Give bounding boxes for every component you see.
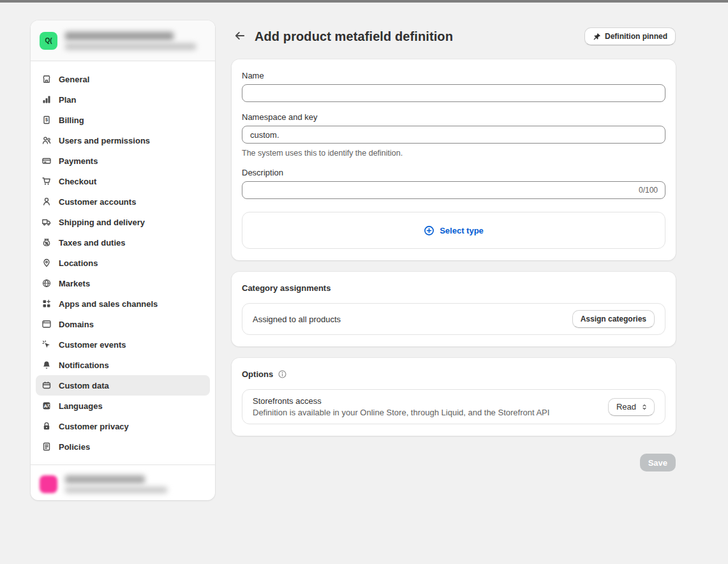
sidebar-item-payments[interactable]: Payments (36, 151, 210, 171)
options-card: Options Storefronts access Definition is… (232, 358, 676, 436)
sidebar-item-customer-accounts[interactable]: Customer accounts (36, 191, 210, 212)
sidebar-item-languages[interactable]: A Languages (36, 396, 210, 416)
storefronts-access-text: Storefronts access Definition is availab… (253, 396, 549, 417)
payments-icon (41, 156, 52, 166)
svg-text:$: $ (45, 117, 48, 122)
sidebar-item-checkout[interactable]: Checkout (36, 171, 210, 191)
plus-circle-icon (424, 225, 435, 236)
notifications-icon (41, 360, 52, 370)
category-assignment-row: Assigned to all products Assign categori… (242, 303, 665, 335)
name-field-group: Name (242, 71, 665, 102)
user-footer (31, 464, 215, 503)
store-icon (41, 74, 52, 84)
store-url-redacted (65, 43, 196, 50)
category-assignment-status: Assigned to all products (253, 315, 341, 324)
description-char-counter: 0/100 (639, 186, 658, 195)
store-header: Q( (31, 20, 215, 61)
custom-data-icon (41, 380, 52, 390)
select-chevrons-icon (641, 403, 648, 411)
back-button[interactable] (232, 28, 248, 45)
sidebar-item-apps-and-sales-channels[interactable]: Apps and sales channels (36, 293, 210, 314)
footer-actions: Save (232, 454, 676, 471)
select-type-button[interactable]: Select type (242, 212, 665, 249)
info-icon (278, 369, 287, 379)
storefronts-access-description: Definition is available in your Online S… (253, 408, 549, 417)
definition-pinned-label: Definition pinned (605, 32, 667, 41)
billing-icon: $ (41, 115, 52, 125)
select-type-label: Select type (440, 226, 484, 235)
name-input[interactable] (242, 84, 665, 102)
shipping-icon (41, 217, 52, 227)
sidebar-item-notifications[interactable]: Notifications (36, 355, 210, 375)
description-field-group: Description 0/100 (242, 168, 665, 199)
name-label: Name (242, 71, 665, 80)
plan-icon (41, 94, 52, 105)
taxes-icon (41, 237, 52, 248)
pin-icon (593, 33, 601, 41)
sidebar-item-general[interactable]: General (36, 69, 210, 89)
sidebar-item-billing[interactable]: $ Billing (36, 110, 210, 130)
sidebar-item-custom-data[interactable]: Custom data (36, 375, 210, 396)
settings-page: Q( General Plan $ Billing Users and perm… (0, 0, 728, 564)
definition-form-card: Name Namespace and key The system uses t… (232, 59, 676, 260)
page-title: Add product metafield definition (255, 29, 453, 44)
namespace-key-input[interactable] (242, 126, 665, 144)
customer-events-icon (41, 339, 52, 350)
domains-icon (41, 319, 52, 329)
sidebar-item-users-and-permissions[interactable]: Users and permissions (36, 130, 210, 151)
store-identity (65, 32, 206, 50)
options-title: Options (242, 369, 273, 379)
user-email-redacted (65, 487, 167, 493)
sidebar-item-taxes-and-duties[interactable]: Taxes and duties (36, 232, 210, 253)
user-name-redacted (65, 475, 145, 484)
category-assignments-card: Category assignments Assigned to all pro… (232, 272, 676, 346)
sidebar-item-locations[interactable]: Locations (36, 253, 210, 273)
category-assignments-title: Category assignments (242, 283, 665, 293)
storefronts-access-select[interactable]: Read (608, 398, 655, 416)
description-input[interactable] (242, 181, 665, 199)
store-avatar: Q( (40, 32, 57, 50)
back-arrow-icon (234, 30, 246, 43)
user-avatar (40, 475, 57, 493)
sidebar-item-customer-privacy[interactable]: Customer privacy (36, 416, 210, 436)
storefronts-access-row: Storefronts access Definition is availab… (242, 389, 665, 424)
sidebar-item-markets[interactable]: Markets (36, 273, 210, 293)
sidebar-item-customer-events[interactable]: Customer events (36, 334, 210, 355)
privacy-icon (41, 421, 52, 431)
users-icon (41, 135, 52, 145)
namespace-label: Namespace and key (242, 112, 665, 122)
apps-icon (41, 299, 52, 309)
policies-icon (41, 442, 52, 452)
namespace-help-text: The system uses this to identify the def… (242, 149, 665, 158)
namespace-field-group: Namespace and key The system uses this t… (242, 112, 665, 158)
save-button[interactable]: Save (640, 454, 676, 471)
markets-icon (41, 278, 52, 288)
sidebar-item-shipping-and-delivery[interactable]: Shipping and delivery (36, 212, 210, 232)
main-content: Add product metafield definition Definit… (232, 0, 676, 471)
definition-pinned-button[interactable]: Definition pinned (584, 27, 676, 45)
description-label: Description (242, 168, 665, 177)
storefronts-access-title: Storefronts access (253, 396, 549, 406)
read-select-value: Read (616, 402, 636, 412)
settings-sidebar: Q( General Plan $ Billing Users and perm… (31, 20, 215, 500)
languages-icon: A (41, 401, 52, 411)
customer-accounts-icon (41, 197, 52, 207)
sidebar-item-policies[interactable]: Policies (36, 436, 210, 457)
store-name-redacted (65, 32, 174, 40)
settings-nav: General Plan $ Billing Users and permiss… (31, 61, 215, 464)
locations-icon (41, 258, 52, 268)
sidebar-item-plan[interactable]: Plan (36, 89, 210, 110)
user-identity (65, 475, 206, 493)
sidebar-item-domains[interactable]: Domains (36, 314, 210, 334)
svg-text:A: A (44, 403, 48, 409)
page-header: Add product metafield definition Definit… (232, 27, 676, 46)
checkout-icon (41, 176, 52, 186)
assign-categories-button[interactable]: Assign categories (572, 310, 655, 328)
